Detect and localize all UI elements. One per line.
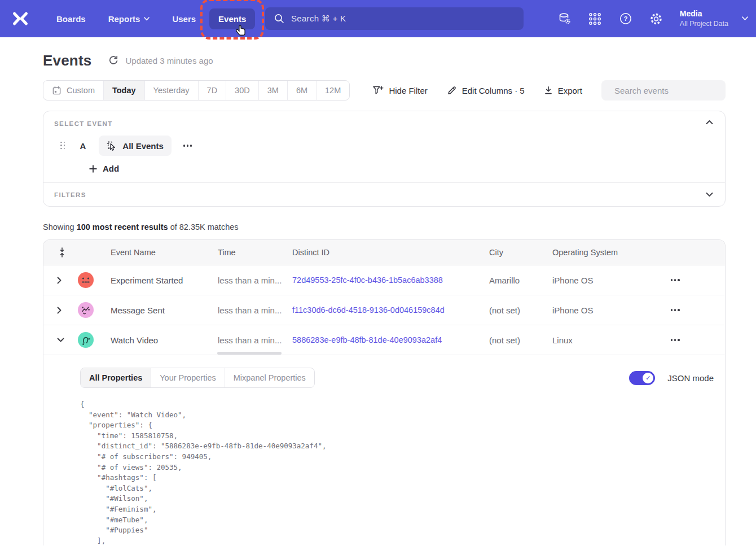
filters-label: FILTERS (54, 191, 86, 198)
tab-your-properties[interactable]: Your Properties (151, 368, 224, 387)
chevron-down-icon (706, 192, 713, 197)
date-range-yesterday[interactable]: Yesterday (144, 81, 198, 100)
cell-time: less than a min... (218, 335, 284, 345)
results-summary: Showing 100 most recent results of 82.35… (43, 222, 726, 232)
page-title: Events (43, 52, 91, 69)
search-icon (274, 14, 284, 24)
expand-row-icon[interactable] (57, 307, 76, 314)
event-detail-panel: All Properties Your Properties Mixpanel … (43, 355, 725, 545)
date-range-30d[interactable]: 30D (226, 81, 258, 100)
hide-filter-button[interactable]: Hide Filter (372, 85, 427, 95)
event-more-icon[interactable] (182, 141, 194, 150)
collapse-row-icon[interactable] (57, 338, 76, 342)
global-search[interactable]: Search ⌘ + K (265, 7, 524, 30)
mixpanel-logo-icon (12, 10, 29, 27)
nav-item-events[interactable]: Events (209, 8, 255, 29)
project-selector[interactable]: Media All Project Data (680, 9, 748, 28)
step-letter: A (80, 141, 86, 151)
svg-text:?: ? (623, 15, 627, 22)
add-event-button[interactable]: Add (89, 164, 119, 173)
nav-item-boards[interactable]: Boards (47, 8, 95, 29)
row-more-icon[interactable] (658, 339, 725, 341)
navbar-right: ? Media All Project Data (558, 0, 748, 37)
date-range-7d[interactable]: 7D (198, 81, 226, 100)
settings-gear-icon[interactable] (649, 12, 663, 25)
chevron-down-icon (57, 338, 64, 342)
nav-label: Boards (56, 14, 86, 24)
table-row[interactable]: Message Sent less than a min... f11c30d6… (43, 295, 725, 325)
summary-suffix: of 82.35K matches (170, 222, 239, 232)
data-management-icon[interactable] (558, 12, 572, 25)
cursor-pointer-icon (234, 24, 248, 38)
sort-icon[interactable] (58, 247, 76, 258)
table-row[interactable]: Experiment Started less than a min... 72… (43, 265, 725, 295)
tab-mixpanel-properties[interactable]: Mixpanel Properties (225, 368, 314, 387)
row-more-icon[interactable] (658, 279, 725, 281)
nav-item-reports[interactable]: Reports (99, 8, 159, 29)
date-range-label: 7D (207, 86, 218, 95)
detail-toolbar: All Properties Your Properties Mixpanel … (80, 368, 714, 388)
date-range-12m[interactable]: 12M (316, 81, 349, 100)
events-table: Event Name Time Distinct ID City Operati… (43, 239, 726, 545)
hide-filter-label: Hide Filter (389, 86, 427, 95)
project-scope: All Project Data (680, 19, 728, 28)
edit-columns-button[interactable]: Edit Columns · 5 (447, 85, 525, 95)
refresh-icon[interactable] (108, 55, 118, 66)
column-header-time[interactable]: Time (218, 248, 292, 257)
check-icon: ✓ (643, 373, 653, 383)
pencil-icon (447, 85, 457, 95)
column-header-event-name[interactable]: Event Name (111, 248, 218, 257)
select-event-label: SELECT EVENT (54, 120, 714, 127)
column-header-city[interactable]: City (489, 248, 552, 257)
date-range-label: Today (112, 86, 136, 95)
cell-time: less than a min... (218, 276, 284, 285)
cell-distinct-id-link[interactable]: f11c30d6-dc6d-4518-9136-0d046159c84d (292, 305, 489, 315)
nav-item-users[interactable]: Users (163, 8, 205, 29)
tab-label: Mixpanel Properties (234, 373, 306, 382)
properties-tabs: All Properties Your Properties Mixpanel … (80, 368, 315, 388)
cell-city: Amarillo (489, 276, 552, 285)
table-header: Event Name Time Distinct ID City Operati… (43, 240, 725, 265)
column-header-os[interactable]: Operating System (552, 248, 658, 257)
export-label: Export (558, 86, 582, 95)
tab-all-properties[interactable]: All Properties (81, 368, 151, 387)
nav-label: Users (172, 14, 196, 24)
chevron-up-icon (706, 120, 713, 125)
date-range-label: 6M (296, 86, 307, 95)
query-builder-card: SELECT EVENT A All Events (43, 111, 726, 207)
drag-handle-icon[interactable] (60, 142, 66, 150)
event-selector-pill[interactable]: All Events (99, 136, 172, 156)
event-avatar (78, 302, 94, 318)
date-range-6m[interactable]: 6M (287, 81, 316, 100)
search-events-input[interactable] (613, 85, 728, 96)
cell-time: less than a min... (218, 305, 284, 315)
date-range-label: Custom (67, 86, 95, 95)
expand-row-icon[interactable] (57, 277, 76, 284)
search-events-box[interactable] (601, 80, 726, 101)
row-more-icon[interactable] (658, 309, 725, 311)
json-mode-toggle[interactable]: ✓ (629, 371, 655, 385)
project-name: Media (680, 9, 728, 19)
collapse-section-button[interactable] (706, 120, 713, 125)
date-range-today[interactable]: Today (103, 81, 144, 100)
help-icon[interactable]: ? (619, 12, 632, 25)
cell-distinct-id-link[interactable]: 72d49553-25fc-4f0c-b436-1b5ac6ab3388 (292, 276, 489, 285)
date-range-custom[interactable]: Custom (43, 81, 103, 100)
main-content: Events Updated 3 minutes ago Custom (0, 52, 756, 545)
table-row-expanded[interactable]: Watch Video less than a min... 5886283e-… (43, 325, 725, 355)
apps-grid-icon[interactable] (588, 12, 602, 25)
select-event-section: SELECT EVENT A All Events (43, 111, 725, 182)
column-header-distinct-id[interactable]: Distinct ID (292, 248, 489, 257)
cell-distinct-id-link[interactable]: 5886283e-e9fb-48fb-81de-40e9093a2af4 (292, 335, 489, 344)
sparkle-cursor-icon (107, 141, 117, 151)
event-avatar (78, 332, 94, 348)
date-range-3m[interactable]: 3M (258, 81, 287, 100)
cell-os: iPhone OS (552, 305, 658, 315)
export-button[interactable]: Export (544, 86, 582, 95)
page-header: Events Updated 3 minutes ago (43, 52, 726, 69)
horizontal-scrollbar[interactable] (217, 352, 282, 355)
download-icon (544, 86, 553, 95)
mixpanel-logo[interactable] (11, 10, 29, 28)
json-mode-control: ✓ JSON mode (629, 371, 714, 385)
filters-section[interactable]: FILTERS (43, 183, 725, 206)
